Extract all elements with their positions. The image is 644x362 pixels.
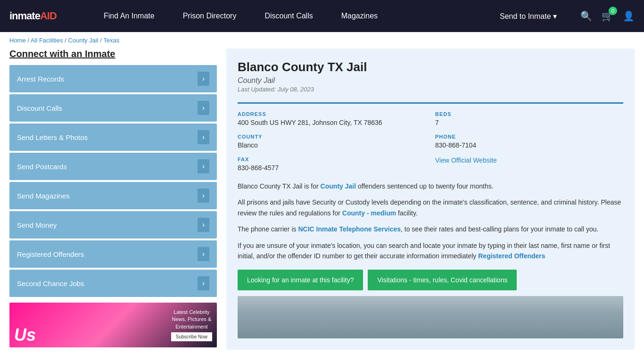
sidebar-item-label: Send Postcards xyxy=(17,163,67,171)
sidebar-item-arrest-records[interactable]: Arrest Records › xyxy=(9,65,217,92)
facility-phone-block: PHONE 830-868-7104 xyxy=(435,134,623,149)
facility-beds-block: BEDS 7 xyxy=(435,111,623,126)
arrow-icon: › xyxy=(198,159,209,173)
facility-info-grid: ADDRESS 400 South US HWY 281, Johnson Ci… xyxy=(238,102,623,172)
facility-last-updated: Last Updated: July 08, 2023 xyxy=(238,86,623,93)
address-label: ADDRESS xyxy=(238,111,426,117)
nav-magazines[interactable]: Magazines xyxy=(327,0,392,32)
sidebar-item-label: Arrest Records xyxy=(17,75,64,83)
arrow-icon: › xyxy=(198,101,209,115)
sidebar-item-send-money[interactable]: Send Money › xyxy=(9,211,217,239)
phone-value: 830-868-7104 xyxy=(435,141,623,149)
beds-label: BEDS xyxy=(435,111,623,117)
facility-image xyxy=(238,296,623,338)
phone-label: PHONE xyxy=(435,134,623,140)
ad-brand: Us xyxy=(14,325,36,345)
cart-icon[interactable]: 🛒 0 xyxy=(602,10,613,22)
arrow-icon: › xyxy=(198,72,209,86)
facility-fax-block: FAX 830-868-4577 xyxy=(238,156,426,172)
desc-paragraph-2: All prisons and jails have Security or C… xyxy=(238,197,623,218)
arrow-icon: › xyxy=(198,130,209,144)
arrow-icon: › xyxy=(198,218,209,232)
sidebar-item-label: Second Chance Jobs xyxy=(17,280,84,288)
sidebar-menu: Arrest Records › Discount Calls › Send L… xyxy=(9,65,217,297)
arrow-icon: › xyxy=(198,189,209,203)
sidebar-title: Connect with an Inmate xyxy=(9,49,217,59)
breadcrumb: Home / All Facilities / County Jail / Te… xyxy=(0,32,644,49)
nav-discount-calls[interactable]: Discount Calls xyxy=(250,0,327,32)
visitations-button[interactable]: Visitations - times, rules, Covid cancel… xyxy=(368,270,517,290)
arrow-icon: › xyxy=(198,247,209,261)
desc-paragraph-1: Blanco County TX Jail is for County Jail… xyxy=(238,181,623,191)
breadcrumb-texas[interactable]: Texas xyxy=(103,37,119,44)
facility-type: County Jail xyxy=(238,76,623,85)
ad-text: Latest Celebrity News, Pictures & Entert… xyxy=(171,309,212,341)
facility-card: Blanco County TX Jail County Jail Last U… xyxy=(226,49,635,350)
county-label: COUNTY xyxy=(238,134,426,140)
facility-website-link[interactable]: View Official Website xyxy=(435,156,497,164)
main-content: Connect with an Inmate Arrest Records › … xyxy=(0,49,644,359)
search-icon[interactable]: 🔍 xyxy=(580,10,592,22)
sidebar: Connect with an Inmate Arrest Records › … xyxy=(9,49,217,347)
fax-value: 830-868-4577 xyxy=(238,164,426,172)
fax-label: FAX xyxy=(238,156,426,162)
breadcrumb-home[interactable]: Home xyxy=(9,37,26,44)
sidebar-item-label: Send Magazines xyxy=(17,192,70,200)
find-inmate-button[interactable]: Looking for an inmate at this facility? xyxy=(238,270,363,290)
logo[interactable]: inmateAID xyxy=(9,10,75,22)
nav-right: Send to Inmate ▾ 🔍 🛒 0 👤 xyxy=(486,0,635,32)
sidebar-item-label: Send Money xyxy=(17,221,57,229)
facility-action-buttons: Looking for an inmate at this facility? … xyxy=(238,270,623,290)
sidebar-item-label: Discount Calls xyxy=(17,104,62,112)
county-jail-link[interactable]: County Jail xyxy=(321,182,356,190)
sidebar-item-send-postcards[interactable]: Send Postcards › xyxy=(9,153,217,180)
breadcrumb-all-facilities[interactable]: All Facilities xyxy=(31,37,63,44)
arrow-icon: › xyxy=(198,276,209,290)
site-header: inmateAID Find An Inmate Prison Director… xyxy=(0,0,644,32)
sidebar-item-second-chance-jobs[interactable]: Second Chance Jobs › xyxy=(9,270,217,297)
address-value: 400 South US HWY 281, Johnson City, TX 7… xyxy=(238,119,426,126)
sidebar-item-label: Send Letters & Photos xyxy=(17,133,88,141)
breadcrumb-county-jail[interactable]: County Jail xyxy=(68,37,98,44)
ncic-link[interactable]: NCIC Inmate Telephone Services xyxy=(298,225,401,233)
sidebar-item-discount-calls[interactable]: Discount Calls › xyxy=(9,94,217,122)
nav-find-an-inmate[interactable]: Find An Inmate xyxy=(90,0,169,32)
ad-subscribe-button[interactable]: Subscribe Now xyxy=(171,332,212,341)
facility-name: Blanco County TX Jail xyxy=(238,60,623,74)
sidebar-item-registered-offenders[interactable]: Registered Offenders › xyxy=(9,240,217,268)
cart-badge: 0 xyxy=(609,7,617,15)
logo-text: inmateAID xyxy=(9,10,57,22)
desc-paragraph-4: If you are unsure of your inmate's locat… xyxy=(238,240,623,262)
main-nav: Find An Inmate Prison Directory Discount… xyxy=(90,0,471,32)
facility-description: Blanco County TX Jail is for County Jail… xyxy=(238,181,623,261)
facility-address-block: ADDRESS 400 South US HWY 281, Johnson Ci… xyxy=(238,111,426,126)
facility-county-block: COUNTY Blanco xyxy=(238,134,426,149)
sidebar-item-send-magazines[interactable]: Send Magazines › xyxy=(9,182,217,209)
county-value: Blanco xyxy=(238,141,426,149)
facility-website-block: View Official Website xyxy=(435,156,623,172)
user-icon[interactable]: 👤 xyxy=(623,10,635,22)
sidebar-item-label: Registered Offenders xyxy=(17,250,84,258)
desc-paragraph-3: The phone carrier is NCIC Inmate Telepho… xyxy=(238,224,623,234)
county-medium-link[interactable]: County - medium xyxy=(342,209,396,217)
sidebar-advertisement[interactable]: Us Latest Celebrity News, Pictures & Ent… xyxy=(9,303,217,347)
send-to-inmate-button[interactable]: Send to Inmate ▾ xyxy=(486,0,571,32)
nav-prison-directory[interactable]: Prison Directory xyxy=(169,0,251,32)
beds-value: 7 xyxy=(435,119,623,126)
sidebar-item-send-letters-photos[interactable]: Send Letters & Photos › xyxy=(9,123,217,151)
registered-offenders-link[interactable]: Registered Offenders xyxy=(478,252,545,260)
